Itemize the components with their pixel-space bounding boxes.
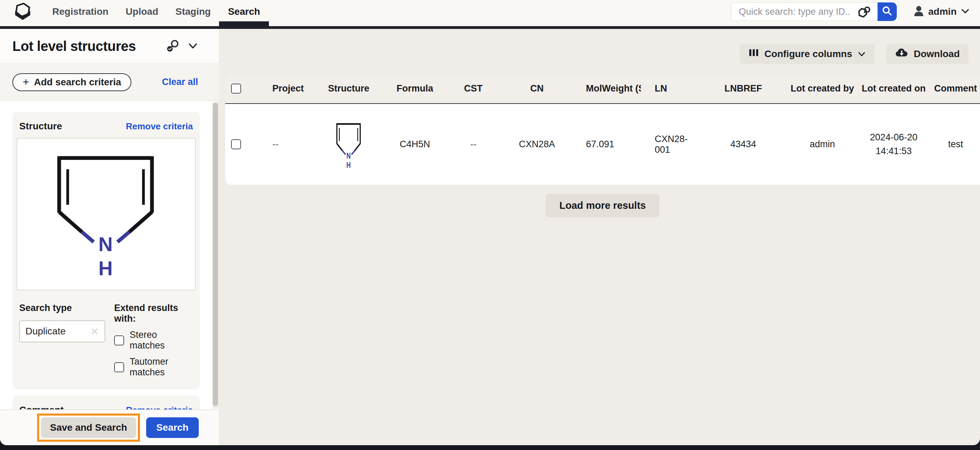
tautomer-matches-checkbox[interactable] [114, 362, 124, 372]
cell-lnbref: 43434 [701, 139, 785, 150]
quick-search-field [731, 2, 878, 21]
svg-text:H: H [99, 257, 113, 279]
cell-formula: C4H5N [385, 139, 445, 150]
stereo-matches-checkbox[interactable] [114, 335, 124, 345]
cell-cn: CXN28A [502, 139, 572, 150]
search-criteria-sidebar: Lot level structures [0, 29, 219, 445]
search-type-value: Duplicate [25, 326, 66, 337]
sidebar-header: Lot level structures [0, 29, 219, 64]
quick-search-input[interactable] [731, 2, 878, 21]
comment-label: Comment [19, 405, 64, 409]
cell-structure[interactable]: N H [313, 118, 385, 171]
structure-search-icon[interactable] [856, 6, 872, 21]
structure-card-header: Structure Remove criteria [19, 121, 193, 132]
col-header-ln[interactable]: LN [641, 83, 701, 94]
criteria-scroll-area: Structure Remove criteria [0, 101, 219, 409]
quick-search [731, 2, 897, 21]
nav-item-registration[interactable]: Registration [52, 0, 108, 23]
action-highlight-box: Save and Search [37, 413, 140, 442]
configure-columns-chevron-down-icon [858, 48, 866, 59]
sidebar-scrollbar-thumb[interactable] [213, 103, 218, 406]
user-menu[interactable]: admin [913, 5, 970, 18]
download-button[interactable]: Download [886, 44, 969, 64]
saved-search-icon[interactable] [166, 39, 180, 53]
app-window: Registration Upload Staging Search [0, 0, 980, 445]
clear-search-type-icon[interactable]: ✕ [91, 326, 99, 337]
tautomer-matches-option[interactable]: Tautomer matches [114, 356, 193, 378]
columns-icon [749, 48, 759, 60]
pyrrole-structure-thumbnail: N H [326, 118, 371, 171]
select-all-checkbox[interactable] [231, 84, 241, 94]
col-header-lnbref[interactable]: LNBREF [701, 83, 785, 94]
table-row[interactable]: -- N H [225, 104, 980, 185]
top-navbar: Registration Upload Staging Search [0, 0, 980, 29]
search-type-label: Search type [19, 303, 105, 313]
search-type-select[interactable]: Duplicate ✕ [19, 320, 105, 342]
content-area: Lot level structures [0, 29, 980, 445]
load-more-results-button[interactable]: Load more results [546, 194, 660, 217]
remove-comment-criteria-link[interactable]: Remove criteria [126, 405, 193, 410]
results-toolbar: Configure columns Download [225, 29, 980, 74]
tautomer-matches-label: Tautomer matches [130, 356, 193, 378]
nav-item-staging[interactable]: Staging [175, 0, 211, 23]
row-select-cell [231, 139, 256, 149]
nav-item-search[interactable]: Search [228, 0, 260, 23]
structure-search-options: Search type Duplicate ✕ Extend results w… [19, 303, 193, 378]
svg-text:N: N [346, 151, 350, 160]
search-button[interactable]: Search [146, 417, 199, 438]
structure-criteria-card: Structure Remove criteria [13, 112, 200, 389]
cell-lot-created-on: 2024-06-20 14:41:53 [859, 131, 928, 158]
col-header-structure[interactable]: Structure [313, 83, 385, 94]
col-header-lot-created-by[interactable]: Lot created by [785, 83, 859, 94]
col-header-project[interactable]: Project [256, 83, 313, 94]
screen: Registration Upload Staging Search [0, 0, 980, 450]
col-header-formula[interactable]: Formula [385, 83, 445, 94]
remove-structure-criteria-link[interactable]: Remove criteria [126, 121, 193, 132]
add-search-criteria-label: Add search criteria [34, 77, 121, 88]
cell-molweight: 67.091 [572, 139, 641, 150]
sidebar-scrollbar[interactable] [212, 102, 219, 409]
structure-label: Structure [19, 121, 62, 132]
add-search-criteria-button[interactable]: + Add search criteria [13, 73, 131, 91]
criteria-actions-bar: + Add search criteria Clear all [0, 64, 219, 101]
nav-item-upload[interactable]: Upload [126, 0, 158, 23]
stereo-matches-label: Stereo matches [130, 330, 193, 351]
row-checkbox[interactable] [231, 139, 241, 149]
app-logo-hexagon-icon[interactable] [14, 1, 32, 22]
cell-ln: CXN28-001 [641, 134, 701, 155]
col-header-molweight[interactable]: MolWeight (St… [572, 83, 641, 94]
magnifier-icon [881, 5, 893, 18]
navbar-right: admin [731, 2, 970, 21]
cell-lot-created-by: admin [785, 139, 859, 150]
svg-text:N: N [99, 233, 113, 255]
col-header-cn[interactable]: CN [502, 83, 572, 94]
structure-editor-canvas[interactable]: N H [16, 138, 196, 290]
sidebar-header-icons [166, 39, 198, 53]
load-more-container: Load more results [225, 194, 980, 217]
col-header-cst[interactable]: CST [445, 83, 502, 94]
clear-all-link[interactable]: Clear all [162, 77, 198, 88]
configure-columns-button[interactable]: Configure columns [740, 44, 875, 64]
user-avatar-icon [913, 5, 924, 18]
save-and-search-button[interactable]: Save and Search [41, 417, 136, 438]
table-header-row: Project Structure Formula CST CN MolWeig… [225, 74, 980, 104]
sidebar-footer: Save and Search Search [0, 409, 219, 445]
col-header-comment[interactable]: Comment [928, 83, 980, 94]
download-label: Download [914, 48, 960, 59]
results-table: Project Structure Formula CST CN MolWeig… [225, 74, 980, 185]
extend-results-label: Extend results with: [114, 303, 193, 324]
cell-cst: -- [445, 139, 502, 150]
comment-card-header: Comment Remove criteria [19, 405, 193, 409]
lot-created-date: 2024-06-20 [870, 131, 917, 144]
plus-icon: + [23, 76, 29, 88]
collapse-chevron-down-icon[interactable] [188, 43, 198, 49]
page-title: Lot level structures [13, 38, 136, 54]
col-header-lot-created-on[interactable]: Lot created on [859, 83, 928, 94]
quick-search-submit-button[interactable] [878, 2, 897, 21]
stereo-matches-option[interactable]: Stereo matches [114, 330, 193, 351]
main-nav: Registration Upload Staging Search [52, 0, 260, 23]
select-all-cell [231, 84, 256, 94]
cell-comment: test [928, 139, 980, 150]
user-chevron-down-icon [961, 8, 970, 16]
user-name: admin [928, 6, 957, 17]
